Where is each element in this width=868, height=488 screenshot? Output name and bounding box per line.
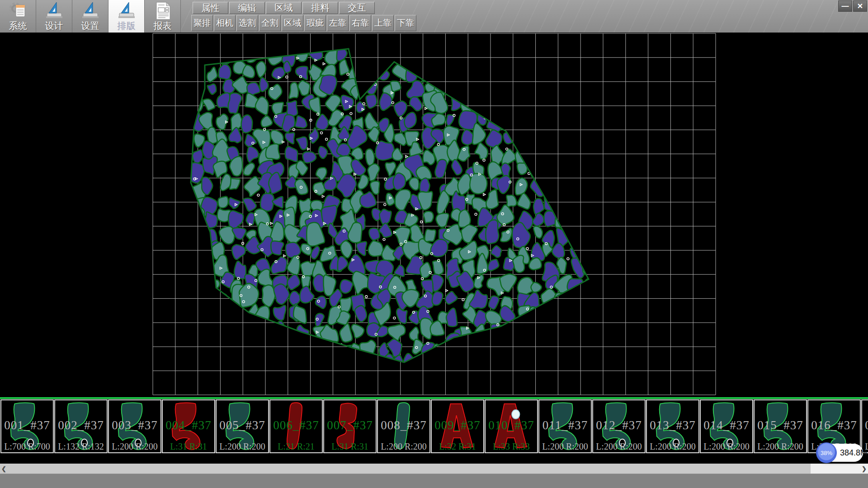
tool-button-1[interactable]: 聚排: [191, 15, 213, 31]
memory-percent-badge: 38%: [816, 442, 837, 463]
part-lr-count-label: L:200 R:200: [109, 441, 160, 452]
part-id-label: 016_#37: [808, 418, 860, 432]
main-toolbar-button-3[interactable]: 设置: [72, 0, 108, 33]
part-id-label: 007_#37: [324, 418, 376, 432]
memory-badge[interactable]: 38% 384.8M: [817, 444, 863, 462]
scrollbar-thumb[interactable]: [8, 464, 811, 474]
tool-button-9[interactable]: 上靠: [372, 15, 394, 31]
part-thumbnail-10[interactable]: 010_#37 L:33 R:33: [485, 399, 538, 453]
tool-button-6[interactable]: 瑕疵: [304, 15, 326, 31]
main-toolbar-button-label: 设计: [45, 20, 63, 31]
part-id-label: 015_#37: [755, 418, 806, 432]
tool-button-5[interactable]: 区域: [282, 15, 303, 31]
nested-pieces: [172, 33, 601, 378]
nesting-canvas-svg: [0, 33, 868, 397]
memory-size-label: 384.8M: [840, 444, 867, 462]
horizontal-scrollbar[interactable]: ❮ ❯: [0, 464, 868, 474]
tool-button-4[interactable]: 全割: [259, 15, 281, 31]
part-id-label: 013_#37: [647, 418, 698, 432]
system-gear-icon: [8, 1, 28, 20]
part-id-label: 010_#37: [486, 418, 537, 432]
scroll-left-arrow-icon[interactable]: ❮: [0, 464, 8, 474]
menu-item-2[interactable]: 编辑: [229, 2, 265, 14]
menu-item-1[interactable]: 属性: [193, 2, 228, 14]
tool-bar: 聚排相机选割全割区域瑕疵左靠右靠上靠下靠: [191, 15, 416, 31]
tool-button-7[interactable]: 左靠: [327, 15, 349, 31]
nesting-canvas[interactable]: [0, 33, 868, 397]
strip-divider-line: [0, 397, 868, 399]
menu-bar: 属性编辑区域排料交互: [193, 2, 375, 14]
part-lr-count-label: L:33 R:33: [486, 441, 537, 452]
part-id-label: 001_#37: [1, 418, 53, 432]
part-id-label: 011_#37: [539, 418, 591, 432]
tool-button-10[interactable]: 下靠: [395, 15, 416, 31]
close-button[interactable]: ✕: [853, 0, 867, 12]
part-lr-count-label: L:200 R:200: [539, 441, 591, 452]
main-toolbar-button-2[interactable]: 设计: [36, 0, 72, 33]
part-thumbnail-15[interactable]: 015_#37 L:200 R:200: [754, 399, 807, 453]
main-toolbar-button-label: 排版: [118, 20, 136, 31]
parts-strip: 001_#37 L:700 R:700 002_#37 L:132 R:132 …: [0, 399, 868, 454]
part-lr-count-label: L:200 R:200: [647, 441, 698, 452]
part-id-label: 009_#37: [432, 418, 483, 432]
main-toolbar-button-label: 报表: [154, 20, 172, 31]
part-lr-count-label: L:200 R:200: [701, 441, 752, 452]
part-thumbnail-4[interactable]: 004_#37 L:31 R:31: [162, 399, 215, 453]
part-lr-count-label: L:200 R:200: [755, 441, 806, 452]
part-thumbnail-11[interactable]: 011_#37 L:200 R:200: [538, 399, 592, 453]
layout-ruler-icon: [117, 1, 137, 20]
tool-button-3[interactable]: 选割: [236, 15, 258, 31]
part-id-label: 014_#37: [701, 418, 752, 432]
part-lr-count-label: L:132 R:132: [55, 441, 107, 452]
part-lr-count-label: L:700 R:700: [1, 441, 53, 452]
part-thumbnail-3[interactable]: 003_#37 L:200 R:200: [108, 399, 161, 453]
minimize-button[interactable]: —: [838, 0, 852, 12]
part-thumbnail-14[interactable]: 014_#37 L:200 R:200: [700, 399, 753, 453]
part-id-label: 012_#37: [593, 418, 645, 432]
part-id-label: 004_#37: [163, 418, 214, 432]
part-id-label: 005_#37: [217, 418, 268, 432]
part-thumbnail-13[interactable]: 013_#37 L:200 R:200: [646, 399, 699, 453]
part-thumbnail-5[interactable]: 005_#37 L:200 R:200: [216, 399, 269, 453]
part-thumbnail-6[interactable]: 006_#37 L:21 R:21: [269, 399, 323, 453]
tool-button-8[interactable]: 右靠: [349, 15, 371, 31]
part-lr-count-label: L:200 R:200: [217, 441, 268, 452]
part-id-label: 008_#37: [378, 418, 429, 432]
scroll-right-arrow-icon[interactable]: ❯: [860, 464, 868, 474]
part-thumbnail-2[interactable]: 002_#37 L:132 R:132: [54, 399, 108, 453]
part-thumbnail-8[interactable]: 008_#37 L:200 R:200: [377, 399, 430, 453]
status-bar: [0, 474, 868, 488]
window-controls: — ✕: [838, 0, 867, 12]
tool-button-2[interactable]: 相机: [214, 15, 236, 31]
main-toolbar: 系统 设计 设置 排版 报表: [0, 0, 181, 33]
titlebar: 系统 设计 设置 排版 报表 属性编辑区域排料交互 聚排相机选割全割区域: [0, 0, 868, 33]
part-lr-count-label: L:32 R:31: [432, 441, 483, 452]
part-lr-count-label: L:200 R:200: [378, 441, 429, 452]
part-lr-count-label: L:31 R:31: [163, 441, 214, 452]
app-window: 系统 设计 设置 排版 报表 属性编辑区域排料交互 聚排相机选割全割区域: [0, 0, 868, 488]
main-toolbar-button-5[interactable]: 报表: [145, 0, 181, 33]
main-toolbar-button-label: 系统: [9, 20, 27, 31]
part-thumbnail-9[interactable]: 009_#37 L:32 R:31: [431, 399, 484, 453]
part-lr-count-label: L:200 R:200: [593, 441, 645, 452]
part-thumbnail-12[interactable]: 012_#37 L:200 R:200: [592, 399, 646, 453]
report-document-icon: [153, 1, 173, 20]
part-id-label: 006_#37: [270, 418, 322, 432]
part-thumbnail-7[interactable]: 007_#37 L:31 R:31: [323, 399, 377, 453]
menu-item-3[interactable]: 区域: [266, 2, 302, 14]
part-thumbnail-1[interactable]: 001_#37 L:700 R:700: [0, 399, 54, 453]
main-toolbar-button-4[interactable]: 排版: [108, 0, 145, 33]
part-id-label: 002_#37: [55, 418, 107, 432]
settings-ruler-icon: [80, 1, 100, 20]
design-ruler-icon: [44, 1, 64, 20]
main-toolbar-button-1[interactable]: 系统: [0, 0, 36, 33]
part-lr-count-label: L:31 R:31: [324, 441, 376, 452]
part-id-label: 017_#37: [862, 418, 868, 432]
main-toolbar-button-label: 设置: [81, 20, 99, 31]
part-id-label: 003_#37: [109, 418, 160, 432]
part-lr-count-label: L:21 R:21: [270, 441, 322, 452]
menu-item-5[interactable]: 交互: [339, 2, 375, 14]
menu-item-4[interactable]: 排料: [302, 2, 338, 14]
